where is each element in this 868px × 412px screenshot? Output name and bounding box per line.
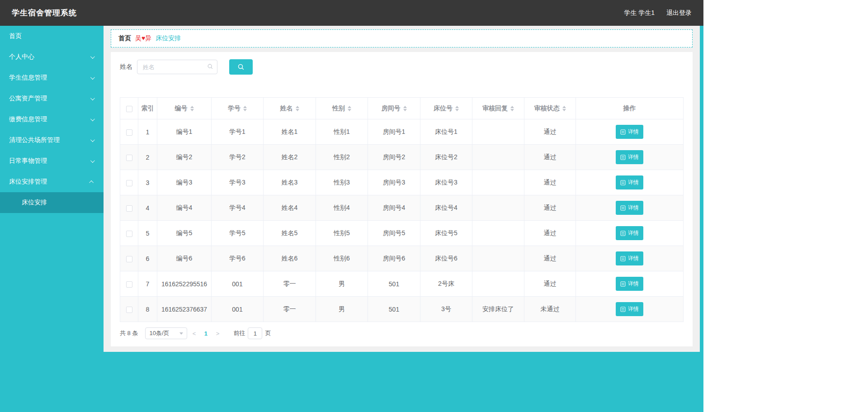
detail-button[interactable]: 详情: [616, 277, 643, 291]
cell-name: 姓名2: [264, 145, 316, 170]
chevron-icon: [90, 96, 95, 100]
sidebar-item[interactable]: 缴费信息管理: [0, 109, 104, 130]
detail-button[interactable]: 详情: [616, 125, 643, 139]
column-header[interactable]: 学号: [212, 98, 264, 119]
sort-caret-icon[interactable]: [296, 106, 299, 111]
logout-link[interactable]: 退出登录: [666, 9, 692, 17]
detail-button-label: 详情: [628, 204, 639, 212]
cell-index: 7: [138, 271, 157, 297]
cell-index: 2: [138, 145, 157, 170]
cell-review-reply: [472, 271, 524, 297]
sidebar-item-label: 床位安排管理: [9, 178, 47, 186]
cell-select: [120, 271, 138, 297]
main-content: 首页 吴♥异 床位安排 姓名: [104, 26, 700, 352]
sidebar-subitem-bed-arrangement[interactable]: 床位安排: [0, 192, 104, 213]
detail-button[interactable]: 详情: [616, 226, 643, 240]
sort-caret-icon[interactable]: [243, 106, 247, 111]
sort-caret-icon[interactable]: [190, 106, 194, 111]
cell-select: [120, 145, 138, 170]
detail-button[interactable]: 详情: [616, 175, 643, 189]
cell-review-reply: [472, 170, 524, 195]
sidebar-item[interactable]: 学生信息管理: [0, 67, 104, 88]
row-checkbox[interactable]: [126, 155, 132, 161]
column-header[interactable]: 床位号: [420, 98, 472, 119]
cell-number: 1616252376637: [157, 297, 212, 322]
detail-button[interactable]: 详情: [616, 251, 643, 265]
sidebar-item-label: 公寓资产管理: [9, 95, 47, 103]
chevron-icon: [90, 54, 95, 59]
sidebar-item-label: 缴费信息管理: [9, 115, 47, 123]
cell-review-reply: [472, 195, 524, 221]
sort-caret-icon[interactable]: [403, 106, 407, 111]
column-header: 操作: [576, 98, 684, 119]
cell-name: 零一: [264, 297, 316, 322]
cell-review-reply: [472, 221, 524, 246]
column-header[interactable]: 房间号: [368, 98, 420, 119]
sidebar-item[interactable]: 公寓资产管理: [0, 88, 104, 109]
next-page-button[interactable]: >: [213, 330, 222, 337]
sidebar-item[interactable]: 首页: [0, 26, 104, 47]
cell-room: 房间号6: [368, 246, 420, 271]
search-row: 姓名: [120, 59, 684, 75]
top-header: 学生宿舍管理系统 学生 学生1 退出登录: [0, 0, 703, 26]
goto-page-input[interactable]: [248, 327, 262, 339]
detail-button-label: 详情: [628, 280, 639, 288]
cell-student-id: 学号1: [212, 119, 264, 145]
column-header[interactable]: 审核状态: [524, 98, 576, 119]
select-all-checkbox[interactable]: [126, 106, 132, 112]
column-header[interactable]: 姓名: [264, 98, 316, 119]
sidebar-item[interactable]: 清理公共场所管理: [0, 130, 104, 151]
cell-select: [120, 119, 138, 145]
cell-room: 房间号5: [368, 221, 420, 246]
cell-student-id: 学号3: [212, 170, 264, 195]
breadcrumb: 首页 吴♥异 床位安排: [111, 29, 693, 47]
row-checkbox[interactable]: [126, 281, 132, 288]
cell-room: 房间号1: [368, 119, 420, 145]
cell-review-reply: [472, 119, 524, 145]
cell-student-id: 学号4: [212, 195, 264, 221]
scrollbar[interactable]: [700, 26, 703, 412]
cell-name: 姓名5: [264, 221, 316, 246]
sort-caret-icon[interactable]: [455, 106, 459, 111]
sidebar-item[interactable]: 日常事物管理: [0, 151, 104, 171]
cell-student-id: 学号6: [212, 246, 264, 271]
sort-caret-icon[interactable]: [562, 106, 566, 111]
row-checkbox[interactable]: [126, 129, 132, 136]
cell-review-status: 通过: [524, 246, 576, 271]
page-number-current[interactable]: 1: [201, 330, 211, 337]
cell-index: 1: [138, 119, 157, 145]
page-size-select[interactable]: 10条/页: [145, 327, 187, 339]
row-checkbox[interactable]: [126, 307, 132, 313]
cell-student-id: 学号2: [212, 145, 264, 170]
cell-room: 房间号2: [368, 145, 420, 170]
cell-review-status: 通过: [524, 145, 576, 170]
sidebar-item[interactable]: 床位安排管理: [0, 171, 104, 192]
cell-bed: 床位号5: [420, 221, 472, 246]
cell-actions: 详情: [576, 170, 684, 195]
detail-button[interactable]: 详情: [616, 302, 643, 316]
column-header[interactable]: 编号: [157, 98, 212, 119]
row-checkbox[interactable]: [126, 205, 132, 212]
sidebar-item-label: 个人中心: [9, 53, 34, 61]
row-checkbox[interactable]: [126, 231, 132, 237]
search-input[interactable]: [137, 60, 217, 74]
sidebar-item[interactable]: 个人中心: [0, 47, 104, 67]
sort-caret-icon[interactable]: [510, 106, 514, 111]
prev-page-button[interactable]: <: [190, 330, 198, 337]
breadcrumb-home[interactable]: 首页: [118, 34, 131, 43]
cell-gender: 男: [316, 271, 368, 297]
row-checkbox[interactable]: [126, 180, 132, 186]
detail-button[interactable]: 详情: [616, 150, 643, 164]
cell-number: 编号6: [157, 246, 212, 271]
column-header[interactable]: 审核回复: [472, 98, 524, 119]
app-window: 学生宿舍管理系统 学生 学生1 退出登录 首页 个人中心 学生信息管理 公寓资产…: [0, 0, 703, 412]
cell-actions: 详情: [576, 145, 684, 170]
search-button[interactable]: [229, 59, 253, 75]
pagination: 共 8 条 10条/页 < 1 > 前往 页: [120, 327, 684, 339]
column-header[interactable]: 性别: [316, 98, 368, 119]
cell-student-id: 001: [212, 297, 264, 322]
detail-button[interactable]: 详情: [616, 201, 643, 215]
sort-caret-icon[interactable]: [348, 106, 351, 111]
row-checkbox[interactable]: [126, 256, 132, 262]
cell-bed: 床位号2: [420, 145, 472, 170]
